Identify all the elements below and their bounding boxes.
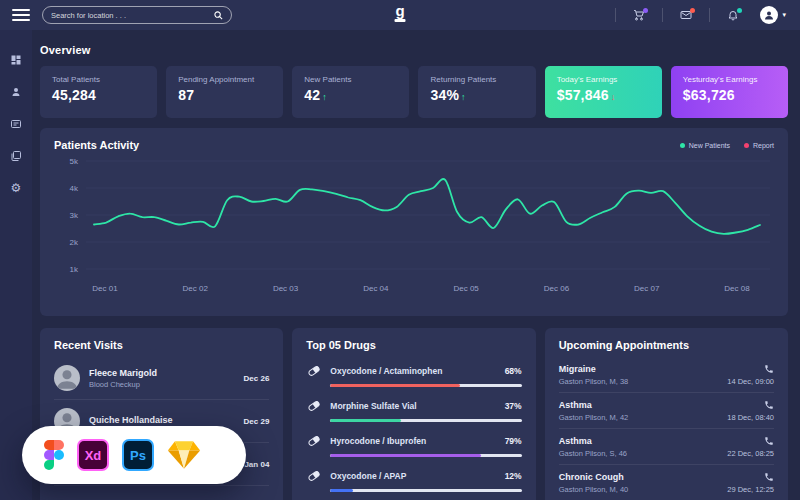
search-bar[interactable] [42,6,232,24]
stat-value: 34%↑ [430,87,523,103]
visit-name: Quiche Hollandaise [89,415,244,425]
page-title: Overview [40,44,788,56]
pill-icon [306,398,322,414]
chevron-down-icon: ▾ [782,11,786,19]
search-input[interactable] [51,11,214,20]
logo-letter: g [395,3,406,18]
sidebar-item-settings[interactable]: ⚙ [0,172,32,204]
sidebar-item-reports[interactable] [0,140,32,172]
patient-icon [10,86,22,98]
stat-label: Returning Patients [430,75,523,84]
stat-card-returning-patients: Returning Patients 34%↑ [418,66,535,118]
gear-icon: ⚙ [11,182,22,194]
progress-fill [330,384,460,387]
legend-label: New Patients [689,142,730,149]
svg-text:Dec 05: Dec 05 [453,284,479,293]
visit-date: Dec 26 [244,374,270,383]
design-apps-dock: Xd Ps [22,426,246,484]
stat-label: Yesturday's Earnings [683,75,776,84]
sidebar-item-records[interactable] [0,108,32,140]
drug-name: Hyrocodone / Ibuprofen [330,436,504,446]
patients-activity-panel: Patients Activity New Patients Report 1k… [40,128,788,316]
stat-value: 45,284 [52,87,145,103]
visit-date: Dec 29 [244,417,270,426]
svg-text:Dec 03: Dec 03 [273,284,299,293]
drug-row: Hyrocodone / Ibuprofen 79% [306,433,521,457]
progress-fill [330,454,481,457]
legend-dot [680,143,685,148]
logo-underline [395,19,406,22]
legend-new-patients[interactable]: New Patients [680,142,730,149]
hamburger-menu-icon[interactable] [12,6,30,24]
progress-track [330,454,521,457]
drug-percent: 12% [505,471,522,481]
pill-icon [306,363,322,379]
drug-row: Oxycodone / APAP 12% [306,468,521,492]
cart-button[interactable] [616,0,662,30]
record-card-icon [10,118,22,130]
appointment-row[interactable]: Asthma Gaston Pilson, S, 46 22 Dec, 08:2… [559,429,774,465]
person-icon [54,365,80,391]
stat-cards: Total Patients 45,284 Pending Appointmen… [40,66,788,118]
appointment-row[interactable]: Asthma Gaston Pilson, M, 42 18 Dec, 08:4… [559,393,774,429]
sidebar-item-dashboard[interactable] [0,44,32,76]
up-arrow-icon: ↑ [461,92,466,102]
svg-text:2k: 2k [70,238,79,247]
appointment-condition: Migraine [559,364,596,374]
progress-fill [330,419,401,422]
phone-call-icon[interactable] [764,436,774,446]
progress-fill [330,489,353,492]
photoshop-app-icon[interactable]: Ps [122,439,154,471]
user-menu[interactable]: ▾ [760,6,786,24]
svg-text:4k: 4k [70,184,79,193]
avatar [54,365,80,391]
visit-row[interactable]: Fleece Marigold Blood Checkup Dec 26 [54,357,269,400]
drug-name: Morphine Sulfate Vial [330,401,504,411]
adobe-xd-app-icon[interactable]: Xd [77,439,109,471]
down-arrow-icon: ↓ [611,92,616,102]
appointment-time: 14 Dec, 09:00 [727,377,774,386]
figma-logo-icon [44,440,64,470]
avatar [760,6,778,24]
figma-app-icon[interactable] [44,440,64,470]
appointment-patient: Gaston Pilson, M, 42 [559,413,629,422]
legend-report[interactable]: Report [744,142,774,149]
sketch-app-icon[interactable] [167,440,201,470]
appointment-row[interactable]: Chronic Cough Gaston Pilson, M, 40 29 De… [559,465,774,500]
drug-name: Oxycodone / Actaminophen [330,366,504,376]
up-arrow-icon: ↑ [322,92,327,102]
notifications-button[interactable] [710,0,756,30]
visit-name: Fleece Marigold [89,368,244,378]
messages-button[interactable] [663,0,709,30]
progress-track [330,419,521,422]
copy-pages-icon [10,150,22,162]
appointment-condition: Asthma [559,436,592,446]
panel-title: Recent Visits [54,339,269,351]
messages-badge [690,8,695,13]
xd-label: Xd [85,448,102,463]
phone-call-icon[interactable] [764,472,774,482]
search-icon [214,11,223,20]
phone-call-icon[interactable] [764,400,774,410]
chart-title: Patients Activity [54,139,139,151]
cart-badge [643,8,648,13]
progress-track [330,384,521,387]
legend-label: Report [753,142,774,149]
drug-percent: 68% [505,366,522,376]
dashboard-icon [10,54,22,66]
appointment-time: 29 Dec, 12:25 [727,485,774,494]
stat-value: $57,846↓ [557,87,650,103]
stat-card-new-patients: New Patients 42↑ [292,66,409,118]
svg-text:1k: 1k [70,265,79,274]
notifications-badge [737,8,742,13]
phone-call-icon[interactable] [764,364,774,374]
drug-percent: 37% [505,401,522,411]
stat-card-todays-earnings: Today's Earnings $57,846↓ [545,66,662,118]
appointment-time: 18 Dec, 08:40 [727,413,774,422]
pill-icon [306,433,322,449]
appointment-condition: Asthma [559,400,592,410]
sidebar-item-patients[interactable] [0,76,32,108]
progress-track [330,489,521,492]
appointment-row[interactable]: Migraine Gaston Pilson, M, 38 14 Dec, 09… [559,357,774,393]
svg-text:Dec 07: Dec 07 [634,284,660,293]
